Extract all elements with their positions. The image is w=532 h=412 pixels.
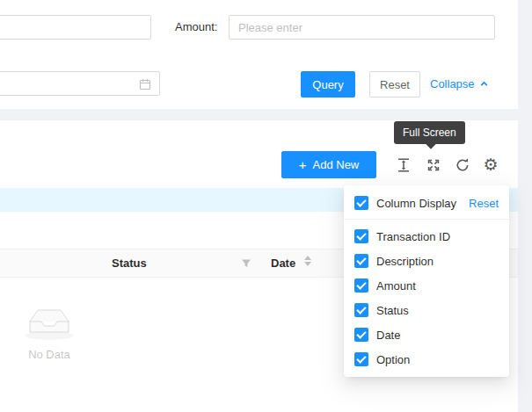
fullscreen-glyph <box>426 157 441 173</box>
checkbox-checked-icon[interactable] <box>354 352 368 366</box>
empty-state: No Data <box>0 305 111 361</box>
column-toggle-item-option[interactable]: Option <box>344 347 509 372</box>
density-icon[interactable] <box>396 157 412 173</box>
column-toggle-item-transaction-id[interactable]: Transaction ID <box>344 224 509 249</box>
column-item-label: Transaction ID <box>376 230 450 243</box>
reset-button[interactable]: Reset <box>369 71 420 98</box>
column-item-label: Status <box>376 304 409 317</box>
column-header-date[interactable]: Date <box>271 257 295 270</box>
column-header-status[interactable]: Status <box>112 257 147 270</box>
filter-panel: Amount: Query Reset Collapse <box>0 0 518 109</box>
calendar-icon <box>139 78 151 90</box>
column-toggle-item-amount[interactable]: Amount <box>344 273 509 298</box>
checkbox-checked-icon[interactable] <box>354 278 368 293</box>
column-item-label: Date <box>376 329 400 342</box>
column-item-label: Amount <box>376 279 416 293</box>
sort-descending-caret <box>304 262 311 266</box>
filter-funnel-icon[interactable] <box>241 258 251 269</box>
collapse-label: Collapse <box>430 77 475 90</box>
sort-ascending-caret <box>304 256 311 260</box>
column-item-label: Description <box>376 255 434 268</box>
column-toggle-item-status[interactable]: Status <box>344 298 509 322</box>
tooltip-text: Full Screen <box>403 126 456 139</box>
reload-icon[interactable] <box>455 157 470 173</box>
amount-label: Amount: <box>175 20 217 33</box>
collapse-link[interactable]: Collapse <box>430 77 489 90</box>
checkbox-checked-icon[interactable] <box>354 229 368 243</box>
checkbox-checked-icon[interactable] <box>354 254 368 268</box>
empty-text: No Data <box>28 348 70 361</box>
chevron-up-icon <box>479 79 489 89</box>
amount-input[interactable] <box>229 15 495 40</box>
add-new-button[interactable]: + Add New <box>281 151 376 178</box>
sort-carets-icon[interactable] <box>304 256 311 266</box>
column-item-label: Option <box>376 353 410 366</box>
column-display-title: Column Display <box>376 197 461 210</box>
column-settings-reset-link[interactable]: Reset <box>469 197 499 210</box>
column-settings-dropdown: Column Display Reset Transaction ID Desc… <box>344 185 509 377</box>
column-height-glyph <box>396 157 412 173</box>
fullscreen-icon[interactable] <box>426 157 441 173</box>
empty-inbox-icon <box>21 305 77 341</box>
add-new-label: Add New <box>313 158 360 171</box>
column-toggle-list: Transaction ID Description Amount Status… <box>344 220 509 377</box>
date-picker-input[interactable] <box>0 71 160 96</box>
checkbox-checked-icon[interactable] <box>354 303 368 317</box>
full-screen-tooltip: Full Screen <box>394 121 465 144</box>
settings-gear-icon[interactable]: ⚙ <box>483 157 499 173</box>
column-settings-header: Column Display Reset <box>344 185 509 219</box>
query-button[interactable]: Query <box>301 71 355 98</box>
column-toggle-item-description[interactable]: Description <box>344 249 509 273</box>
plus-icon: + <box>299 158 307 171</box>
page: Amount: Query Reset Collapse + Add New <box>0 0 532 412</box>
filter-field-left[interactable] <box>0 15 151 40</box>
checkbox-checked-icon[interactable] <box>354 196 368 210</box>
reload-glyph <box>455 157 470 173</box>
column-toggle-item-date[interactable]: Date <box>344 322 509 347</box>
checkbox-checked-icon[interactable] <box>354 328 368 342</box>
